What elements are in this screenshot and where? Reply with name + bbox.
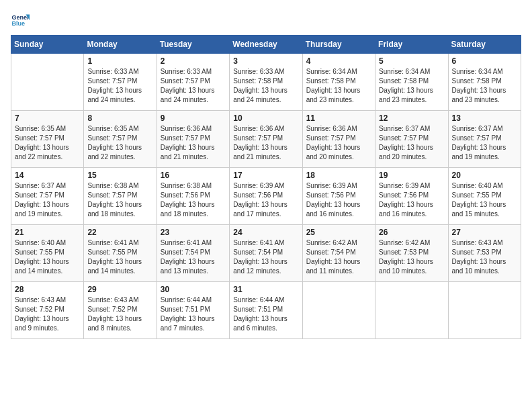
day-number: 24 — [233, 228, 298, 237]
calendar-cell: 5Sunrise: 6:34 AM Sunset: 7:58 PM Daylig… — [375, 54, 448, 111]
day-number: 4 — [306, 56, 371, 66]
day-number: 25 — [306, 228, 371, 237]
day-number: 6 — [452, 56, 517, 66]
day-number: 11 — [306, 113, 371, 123]
day-info: Sunrise: 6:39 AM Sunset: 7:56 PM Dayligh… — [306, 181, 371, 219]
day-info: Sunrise: 6:34 AM Sunset: 7:58 PM Dayligh… — [379, 67, 444, 105]
day-info: Sunrise: 6:41 AM Sunset: 7:54 PM Dayligh… — [161, 238, 226, 276]
day-info: Sunrise: 6:33 AM Sunset: 7:58 PM Dayligh… — [233, 67, 298, 105]
day-number: 23 — [161, 228, 226, 237]
day-info: Sunrise: 6:33 AM Sunset: 7:57 PM Dayligh… — [161, 67, 226, 105]
calendar-cell: 10Sunrise: 6:36 AM Sunset: 7:57 PM Dayli… — [230, 111, 302, 168]
header-monday: Monday — [84, 36, 157, 54]
calendar-cell: 7Sunrise: 6:35 AM Sunset: 7:57 PM Daylig… — [11, 111, 84, 168]
calendar-cell: 26Sunrise: 6:42 AM Sunset: 7:53 PM Dayli… — [375, 225, 448, 282]
calendar-cell: 1Sunrise: 6:33 AM Sunset: 7:57 PM Daylig… — [84, 54, 157, 111]
day-number: 17 — [233, 171, 298, 180]
calendar-cell: 9Sunrise: 6:36 AM Sunset: 7:57 PM Daylig… — [157, 111, 229, 168]
calendar-header-row: SundayMondayTuesdayWednesdayThursdayFrid… — [11, 36, 521, 54]
day-info: Sunrise: 6:41 AM Sunset: 7:55 PM Dayligh… — [87, 238, 152, 276]
calendar-body: 1Sunrise: 6:33 AM Sunset: 7:57 PM Daylig… — [11, 54, 521, 339]
calendar-cell: 11Sunrise: 6:36 AM Sunset: 7:57 PM Dayli… — [302, 111, 375, 168]
logo-icon: General Blue — [11, 11, 30, 30]
calendar-cell: 31Sunrise: 6:44 AM Sunset: 7:51 PM Dayli… — [230, 282, 302, 339]
calendar-cell: 8Sunrise: 6:35 AM Sunset: 7:57 PM Daylig… — [84, 111, 157, 168]
calendar-cell: 3Sunrise: 6:33 AM Sunset: 7:58 PM Daylig… — [230, 54, 302, 111]
day-info: Sunrise: 6:43 AM Sunset: 7:52 PM Dayligh… — [87, 295, 152, 333]
calendar-week-2: 7Sunrise: 6:35 AM Sunset: 7:57 PM Daylig… — [11, 111, 521, 168]
calendar-cell: 6Sunrise: 6:34 AM Sunset: 7:58 PM Daylig… — [448, 54, 521, 111]
day-number: 27 — [452, 228, 517, 237]
calendar-cell: 19Sunrise: 6:39 AM Sunset: 7:56 PM Dayli… — [375, 168, 448, 225]
day-number: 20 — [452, 171, 517, 180]
day-info: Sunrise: 6:35 AM Sunset: 7:57 PM Dayligh… — [87, 124, 152, 162]
day-info: Sunrise: 6:38 AM Sunset: 7:56 PM Dayligh… — [161, 181, 226, 219]
calendar-cell — [448, 282, 521, 339]
day-info: Sunrise: 6:44 AM Sunset: 7:51 PM Dayligh… — [161, 295, 226, 333]
day-info: Sunrise: 6:34 AM Sunset: 7:58 PM Dayligh… — [306, 67, 371, 105]
calendar-table: SundayMondayTuesdayWednesdayThursdayFrid… — [11, 35, 521, 339]
day-info: Sunrise: 6:37 AM Sunset: 7:57 PM Dayligh… — [15, 181, 80, 219]
calendar-cell: 12Sunrise: 6:37 AM Sunset: 7:57 PM Dayli… — [375, 111, 448, 168]
calendar-cell: 16Sunrise: 6:38 AM Sunset: 7:56 PM Dayli… — [157, 168, 229, 225]
calendar-cell: 25Sunrise: 6:42 AM Sunset: 7:54 PM Dayli… — [302, 225, 375, 282]
day-number: 10 — [233, 113, 298, 123]
day-info: Sunrise: 6:37 AM Sunset: 7:57 PM Dayligh… — [452, 124, 517, 162]
day-info: Sunrise: 6:33 AM Sunset: 7:57 PM Dayligh… — [87, 67, 152, 105]
calendar-cell: 18Sunrise: 6:39 AM Sunset: 7:56 PM Dayli… — [302, 168, 375, 225]
calendar-week-3: 14Sunrise: 6:37 AM Sunset: 7:57 PM Dayli… — [11, 168, 521, 225]
header-saturday: Saturday — [448, 36, 521, 54]
page-header: General Blue — [11, 11, 521, 30]
day-info: Sunrise: 6:35 AM Sunset: 7:57 PM Dayligh… — [15, 124, 80, 162]
day-number: 7 — [15, 113, 80, 123]
calendar-cell: 23Sunrise: 6:41 AM Sunset: 7:54 PM Dayli… — [157, 225, 229, 282]
day-info: Sunrise: 6:41 AM Sunset: 7:54 PM Dayligh… — [233, 238, 298, 276]
day-info: Sunrise: 6:37 AM Sunset: 7:57 PM Dayligh… — [379, 124, 444, 162]
calendar-week-1: 1Sunrise: 6:33 AM Sunset: 7:57 PM Daylig… — [11, 54, 521, 111]
day-info: Sunrise: 6:42 AM Sunset: 7:53 PM Dayligh… — [379, 238, 444, 276]
calendar-cell: 17Sunrise: 6:39 AM Sunset: 7:56 PM Dayli… — [230, 168, 302, 225]
day-info: Sunrise: 6:40 AM Sunset: 7:55 PM Dayligh… — [15, 238, 80, 276]
calendar-cell: 20Sunrise: 6:40 AM Sunset: 7:55 PM Dayli… — [448, 168, 521, 225]
day-number: 29 — [87, 285, 152, 294]
header-friday: Friday — [375, 36, 448, 54]
calendar-cell: 14Sunrise: 6:37 AM Sunset: 7:57 PM Dayli… — [11, 168, 84, 225]
day-number: 2 — [161, 56, 226, 66]
calendar-cell: 30Sunrise: 6:44 AM Sunset: 7:51 PM Dayli… — [157, 282, 229, 339]
day-info: Sunrise: 6:38 AM Sunset: 7:57 PM Dayligh… — [87, 181, 152, 219]
day-number: 26 — [379, 228, 444, 237]
day-number: 9 — [161, 113, 226, 123]
day-number: 13 — [452, 113, 517, 123]
day-number: 22 — [87, 228, 152, 237]
day-number: 19 — [379, 171, 444, 180]
day-number: 15 — [87, 171, 152, 180]
logo: General Blue — [11, 11, 32, 30]
svg-text:Blue: Blue — [11, 20, 25, 27]
calendar-cell: 4Sunrise: 6:34 AM Sunset: 7:58 PM Daylig… — [302, 54, 375, 111]
day-number: 30 — [161, 285, 226, 294]
day-info: Sunrise: 6:36 AM Sunset: 7:57 PM Dayligh… — [233, 124, 298, 162]
day-number: 28 — [15, 285, 80, 294]
calendar-cell — [11, 54, 84, 111]
day-info: Sunrise: 6:39 AM Sunset: 7:56 PM Dayligh… — [233, 181, 298, 219]
day-number: 18 — [306, 171, 371, 180]
calendar-cell: 2Sunrise: 6:33 AM Sunset: 7:57 PM Daylig… — [157, 54, 229, 111]
calendar-week-4: 21Sunrise: 6:40 AM Sunset: 7:55 PM Dayli… — [11, 225, 521, 282]
day-info: Sunrise: 6:36 AM Sunset: 7:57 PM Dayligh… — [161, 124, 226, 162]
day-info: Sunrise: 6:43 AM Sunset: 7:53 PM Dayligh… — [452, 238, 517, 276]
day-info: Sunrise: 6:44 AM Sunset: 7:51 PM Dayligh… — [233, 295, 298, 333]
day-number: 16 — [161, 171, 226, 180]
calendar-cell: 22Sunrise: 6:41 AM Sunset: 7:55 PM Dayli… — [84, 225, 157, 282]
day-number: 3 — [233, 56, 298, 66]
day-number: 21 — [15, 228, 80, 237]
day-info: Sunrise: 6:42 AM Sunset: 7:54 PM Dayligh… — [306, 238, 371, 276]
header-sunday: Sunday — [11, 36, 84, 54]
header-thursday: Thursday — [302, 36, 375, 54]
day-number: 12 — [379, 113, 444, 123]
day-number: 5 — [379, 56, 444, 66]
day-info: Sunrise: 6:40 AM Sunset: 7:55 PM Dayligh… — [452, 181, 517, 219]
calendar-cell: 27Sunrise: 6:43 AM Sunset: 7:53 PM Dayli… — [448, 225, 521, 282]
calendar-cell: 15Sunrise: 6:38 AM Sunset: 7:57 PM Dayli… — [84, 168, 157, 225]
calendar-cell: 28Sunrise: 6:43 AM Sunset: 7:52 PM Dayli… — [11, 282, 84, 339]
calendar-cell: 13Sunrise: 6:37 AM Sunset: 7:57 PM Dayli… — [448, 111, 521, 168]
